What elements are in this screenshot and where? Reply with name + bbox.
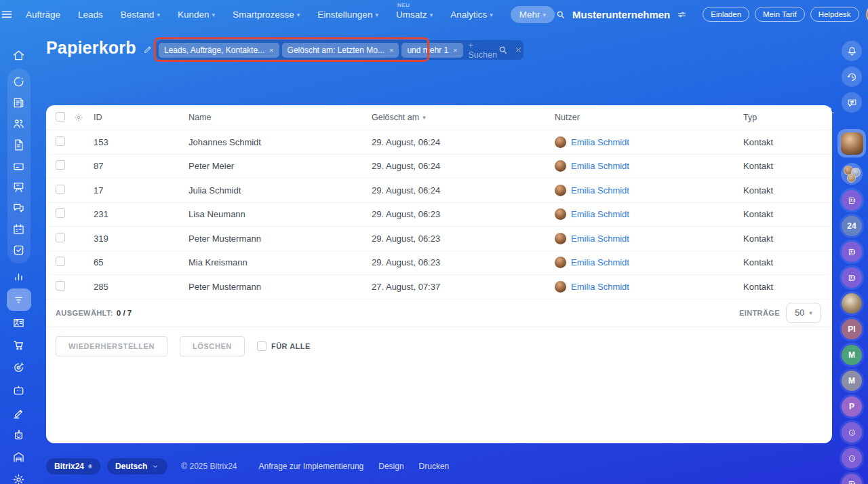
- sidebar-item-settings[interactable]: [7, 469, 31, 484]
- sidebar-item-whiteboard[interactable]: [7, 176, 31, 198]
- column-header-id[interactable]: ID: [94, 113, 189, 122]
- sidebar-item-news[interactable]: [7, 92, 31, 113]
- sidebar-item-home[interactable]: [7, 45, 31, 66]
- sidebar-item-employees[interactable]: [7, 113, 31, 134]
- chat-p[interactable]: P: [842, 396, 862, 417]
- chat-m-green[interactable]: M: [842, 345, 862, 365]
- mein-tarif-button[interactable]: Mein Tarif: [755, 7, 805, 22]
- nav-item-smartprozesse[interactable]: Smartprozesse▾: [233, 10, 300, 20]
- user-link[interactable]: Emilia Schmidt: [571, 234, 629, 244]
- hamburger-menu-icon[interactable]: [0, 7, 14, 21]
- nav-item-bestand[interactable]: Bestand▾: [121, 10, 160, 20]
- filter-chip-3[interactable]: und mehr 1×: [401, 43, 462, 58]
- table-row[interactable]: 65 Mia Kreismann 29. August, 06:23 Emili…: [46, 251, 832, 276]
- helpdesk-button[interactable]: Helpdesk: [810, 7, 859, 22]
- row-checkbox[interactable]: [56, 233, 65, 242]
- user-link[interactable]: Emilia Schmidt: [571, 257, 629, 267]
- footer-link-drucken[interactable]: Drucken: [419, 462, 450, 471]
- chat-recent[interactable]: [842, 422, 862, 443]
- sidebar-item-marketing[interactable]: [7, 357, 31, 378]
- user-link[interactable]: Emilia Schmidt: [571, 185, 629, 196]
- nav-item-aufträge[interactable]: Aufträge: [26, 10, 60, 20]
- delete-button[interactable]: LÖSCHEN: [180, 336, 245, 356]
- row-checkbox[interactable]: [56, 281, 65, 291]
- column-header-type[interactable]: Typ: [743, 113, 832, 122]
- row-checkbox[interactable]: [56, 257, 65, 266]
- table-row[interactable]: 87 Peter Meier 29. August, 06:24 Emilia …: [46, 155, 832, 179]
- column-header-name[interactable]: Name: [189, 113, 372, 122]
- row-checkbox[interactable]: [56, 208, 65, 218]
- for-all-checkbox[interactable]: [257, 341, 267, 351]
- sidebar-item-ai-bot[interactable]: [7, 424, 31, 445]
- row-checkbox[interactable]: [56, 136, 65, 146]
- sliders-icon[interactable]: [676, 9, 688, 20]
- table-row[interactable]: 231 Lisa Neumann 29. August, 06:23 Emili…: [46, 203, 832, 227]
- group-chat-avatar[interactable]: [841, 163, 863, 185]
- sidebar-item-contact-card[interactable]: [7, 312, 31, 333]
- chat-contact[interactable]: [842, 267, 862, 288]
- sidebar-item-analytics[interactable]: [7, 266, 31, 287]
- remove-chip-icon[interactable]: ×: [453, 46, 457, 54]
- sidebar-item-messenger[interactable]: [7, 198, 31, 219]
- notifications-button[interactable]: [842, 41, 862, 61]
- table-row[interactable]: 285 Peter Mustermann 27. August, 07:37 E…: [46, 275, 832, 299]
- remove-chip-icon[interactable]: ×: [389, 46, 393, 54]
- nav-item-leads[interactable]: Leads: [78, 10, 103, 20]
- user-link[interactable]: Emilia Schmidt: [571, 137, 629, 147]
- table-row[interactable]: 153 Johannes Schmidt 29. August, 06:24 E…: [46, 130, 832, 155]
- filter-search-bar[interactable]: Leads, Aufträge, Kontakte...×Gelöscht am…: [156, 40, 524, 60]
- user-link[interactable]: Emilia Schmidt: [571, 161, 629, 171]
- user-link[interactable]: Emilia Schmidt: [571, 209, 629, 219]
- table-row[interactable]: 319 Peter Mustermann 29. August, 06:23 E…: [46, 227, 832, 251]
- chat-m-gray[interactable]: M: [842, 371, 862, 391]
- history-button[interactable]: [842, 67, 862, 87]
- sidebar-item-sign[interactable]: [7, 402, 31, 423]
- sidebar-item-feed[interactable]: [7, 71, 31, 92]
- nav-item-einstellungen[interactable]: Einstellungen▾: [317, 10, 378, 20]
- restore-button[interactable]: WIEDERHERSTELLEN: [56, 336, 167, 356]
- row-checkbox[interactable]: [56, 160, 65, 170]
- select-all-checkbox[interactable]: [56, 112, 65, 122]
- bitrix24-brand-pill[interactable]: Bitrix24®: [46, 458, 100, 474]
- sidebar-item-automation[interactable]: [7, 379, 31, 401]
- sidebar-item-document[interactable]: [7, 134, 31, 155]
- sidebar-item-cart[interactable]: [7, 335, 31, 356]
- nav-item-mehr[interactable]: Mehr▾: [511, 6, 555, 23]
- chat-contact[interactable]: [842, 242, 862, 262]
- bitrix24-chat-badge[interactable]: 24: [842, 216, 862, 236]
- chat-pi[interactable]: PI: [842, 319, 862, 339]
- nav-item-kunden[interactable]: Kunden▾: [178, 10, 215, 20]
- table-row[interactable]: 17 Julia Schmidt 29. August, 06:24 Emili…: [46, 179, 832, 203]
- footer-link-design[interactable]: Design: [378, 462, 403, 471]
- sidebar-item-drive[interactable]: [7, 155, 31, 176]
- column-header-deleted[interactable]: Gelöscht am ▾: [372, 113, 555, 122]
- edit-title-icon[interactable]: [142, 44, 153, 55]
- filter-chip-1[interactable]: Leads, Aufträge, Kontakte...×: [159, 43, 279, 58]
- company-search[interactable]: Musterunternehmen: [555, 9, 688, 20]
- sidebar-item-tasks[interactable]: [7, 240, 31, 261]
- grid-settings-icon[interactable]: [73, 112, 94, 123]
- nav-item-umsatz[interactable]: NEUUmsatz▾: [396, 10, 433, 20]
- user-avatar[interactable]: [866, 4, 868, 24]
- language-select[interactable]: Deutsch: [107, 458, 167, 474]
- footer-link-anfrage-zur-implementierung[interactable]: Anfrage zur Implementierung: [259, 462, 364, 471]
- search-icon[interactable]: [497, 44, 509, 56]
- search-icon[interactable]: [555, 9, 566, 20]
- filter-chip-2[interactable]: Gelöscht am: Letzten Mo...×: [282, 43, 399, 58]
- messenger-button[interactable]: [842, 92, 862, 113]
- chat-recent[interactable]: [842, 448, 862, 468]
- sidebar-item-calendar[interactable]: [7, 219, 31, 240]
- cat-avatar[interactable]: [842, 293, 862, 314]
- search-input[interactable]: + Suchen: [469, 41, 497, 60]
- entries-per-page-select[interactable]: 50 ▾: [786, 303, 821, 323]
- remove-chip-icon[interactable]: ×: [269, 46, 273, 54]
- sidebar-item-warehouse[interactable]: [7, 447, 31, 468]
- row-checkbox[interactable]: [56, 185, 65, 194]
- active-chat-avatar[interactable]: [837, 129, 866, 157]
- einladen-button[interactable]: Einladen: [703, 7, 749, 22]
- sidebar-item-crm-filter-active[interactable]: [7, 288, 31, 311]
- chat-contact[interactable]: [842, 474, 862, 484]
- nav-item-analytics[interactable]: Analytics▾: [450, 10, 493, 20]
- for-all-toggle[interactable]: FÜR ALLE: [257, 341, 311, 351]
- user-link[interactable]: Emilia Schmidt: [571, 282, 629, 292]
